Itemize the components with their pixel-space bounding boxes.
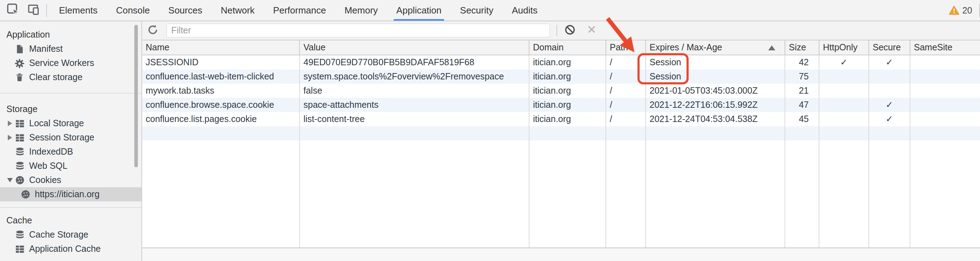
filter-input[interactable] [166, 24, 550, 38]
column-header-path[interactable]: Path [606, 40, 646, 55]
tabbar-divider [46, 4, 47, 17]
cell-httponly-check [819, 70, 869, 84]
cell-secure-check [869, 84, 910, 98]
cell-domain: itician.org [530, 84, 606, 98]
cell-value: space-attachments [300, 98, 530, 112]
cell-size: 75 [785, 70, 819, 84]
column-header-httponly[interactable]: HttpOnly [819, 40, 869, 55]
cell-value: false [300, 84, 530, 98]
column-header-value[interactable]: Value [300, 40, 530, 55]
sidebar-item-local-storage[interactable]: Local Storage [0, 116, 142, 131]
cell-samesite [910, 112, 980, 126]
tab-application[interactable]: Application [387, 0, 450, 21]
collapse-arrow-icon[interactable] [7, 178, 13, 182]
tab-audits[interactable]: Audits [503, 0, 547, 21]
sidebar-section-divider [0, 207, 142, 208]
cell-path: / [606, 98, 646, 112]
cell-secure-check [869, 70, 910, 84]
column-header-size[interactable]: Size [785, 40, 819, 55]
toggle-device-toolbar-button[interactable] [25, 3, 41, 18]
document-icon [14, 44, 25, 54]
sidebar-item-label: https://itician.org [35, 189, 100, 199]
cookie-icon [14, 175, 25, 185]
tab-console[interactable]: Console [107, 0, 159, 21]
cell-path: / [606, 55, 646, 70]
cell-expires: Session [646, 70, 785, 84]
cookie-row-last-web-item-clicked[interactable]: confluence.last-web-item-clicked system.… [142, 70, 980, 84]
cell-name: JSESSIONID [142, 55, 300, 70]
sidebar-item-label: Cookies [29, 175, 61, 185]
delete-selected-cookie-button[interactable] [584, 24, 598, 38]
cell-path: / [606, 112, 646, 126]
toolbar-divider [557, 25, 557, 36]
sidebar-item-label: Clear storage [29, 72, 83, 82]
cell-name: confluence.browse.space.cookie [142, 98, 300, 112]
sidebar-item-cookies-itician-org[interactable]: https://itician.org [0, 187, 142, 201]
sidebar-item-manifest[interactable]: Manifest [0, 42, 142, 56]
cell-name: confluence.last-web-item-clicked [142, 70, 300, 84]
cell-value: list-content-tree [300, 112, 530, 126]
sidebar-item-session-storage[interactable]: Session Storage [0, 131, 142, 145]
database-icon [14, 147, 25, 157]
cell-samesite [910, 55, 980, 70]
cell-size: 45 [785, 112, 819, 126]
column-header-domain[interactable]: Domain [530, 40, 606, 55]
column-header-secure[interactable]: Secure [869, 40, 910, 55]
tab-memory[interactable]: Memory [335, 0, 387, 21]
cookie-row-list-pages-cookie[interactable]: confluence.list.pages.cookie list-conten… [142, 112, 980, 126]
cell-name: mywork.tab.tasks [142, 84, 300, 98]
sidebar-item-cookies[interactable]: Cookies [0, 173, 142, 187]
sidebar-item-cache-storage[interactable]: Cache Storage [0, 228, 142, 242]
tab-performance[interactable]: Performance [264, 0, 336, 21]
table-icon [14, 132, 25, 143]
inspect-cursor-icon [6, 3, 19, 18]
empty-row [142, 126, 980, 141]
cell-expires: 2021-01-05T03:45:03.000Z [646, 84, 785, 98]
sidebar-item-web-sql[interactable]: Web SQL [0, 159, 142, 173]
column-header-expires[interactable]: Expires / Max-Age [646, 40, 785, 55]
cell-size: 21 [785, 84, 819, 98]
cell-size: 42 [785, 55, 819, 70]
inspect-element-button[interactable] [5, 3, 21, 18]
tab-network[interactable]: Network [212, 0, 264, 21]
sidebar-item-label: Web SQL [29, 161, 67, 171]
application-sidebar: Application Manifest Service Workers Cle… [0, 21, 142, 261]
database-icon [14, 161, 25, 171]
sidebar-item-application-cache[interactable]: Application Cache [0, 242, 142, 256]
cell-httponly-check [819, 112, 869, 126]
clear-all-cookies-button[interactable] [563, 24, 577, 38]
sidebar-item-service-workers[interactable]: Service Workers [0, 56, 142, 70]
refresh-button[interactable] [146, 24, 160, 38]
sort-ascending-icon [768, 45, 775, 50]
cell-name: confluence.list.pages.cookie [142, 112, 300, 126]
expand-arrow-icon[interactable] [8, 135, 12, 141]
cookie-row-browse-space-cookie[interactable]: confluence.browse.space.cookie space-att… [142, 98, 980, 112]
cookie-row-mywork-tab-tasks[interactable]: mywork.tab.tasks false itician.org / 202… [142, 84, 980, 98]
cookie-icon [20, 189, 30, 200]
sidebar-item-label: IndexedDB [29, 147, 73, 157]
column-header-samesite[interactable]: SameSite [910, 40, 980, 55]
devtools-window: Elements Console Sources Network Perform… [0, 0, 980, 261]
column-header-name[interactable]: Name [142, 40, 300, 55]
cell-secure-check: ✓ [869, 112, 910, 126]
cookies-toolbar [142, 21, 980, 40]
sidebar-item-indexeddb[interactable]: IndexedDB [0, 145, 142, 159]
warning-icon [949, 5, 959, 16]
cookies-panel: Name Value Domain Path Expires / Max-Age… [142, 21, 980, 261]
expand-arrow-icon[interactable] [8, 120, 12, 126]
tab-elements[interactable]: Elements [50, 0, 107, 21]
sidebar-scrollbar[interactable] [134, 25, 138, 168]
cookie-row-jsessionid[interactable]: JSESSIONID 49ED070E9D770B0FB5B9DAFAF5819… [142, 55, 980, 70]
tab-security[interactable]: Security [451, 0, 503, 21]
sidebar-item-label: Service Workers [29, 58, 94, 68]
sidebar-item-clear-storage[interactable]: Clear storage [0, 70, 142, 84]
table-icon [14, 244, 25, 254]
sidebar-section-storage: Storage [0, 102, 142, 116]
devices-icon [27, 3, 40, 18]
sidebar-item-label: Manifest [29, 44, 63, 54]
tab-sources[interactable]: Sources [159, 0, 212, 21]
sidebar-item-label: Session Storage [29, 133, 94, 142]
cell-httponly-check [819, 98, 869, 112]
console-warning-badge[interactable]: 20 [949, 5, 972, 16]
cell-domain: itician.org [530, 55, 606, 70]
